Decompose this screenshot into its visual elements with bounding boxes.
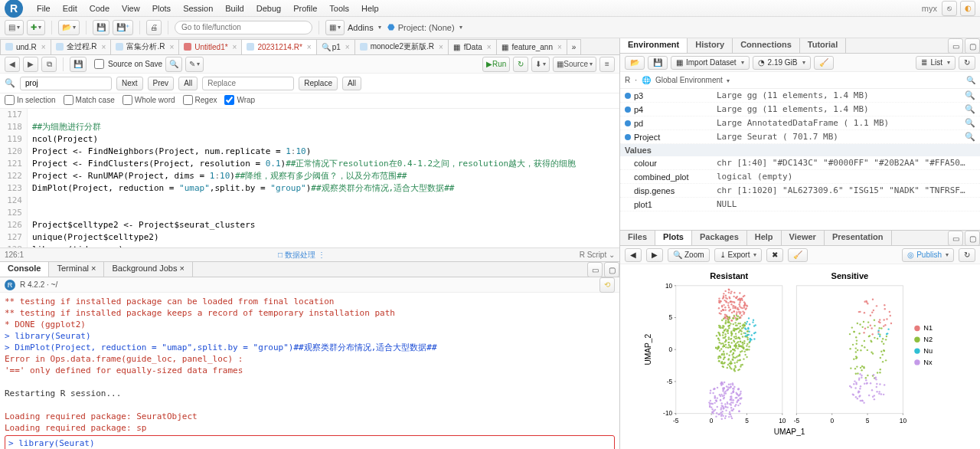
opt-in-selection[interactable]: In selection — [5, 95, 56, 105]
menu-help[interactable]: Help — [355, 2, 385, 15]
close-tab-icon[interactable]: × — [307, 43, 312, 51]
doc-tab[interactable]: 全过程.R× — [51, 39, 112, 54]
clear-plots-button[interactable]: 🧹 — [788, 248, 808, 262]
save-source-button[interactable]: 💾 — [70, 57, 87, 72]
save-workspace-button[interactable]: 💾 — [648, 56, 668, 70]
close-tab-icon[interactable]: × — [169, 43, 174, 51]
doc-tab[interactable]: 富集分析.R× — [110, 39, 179, 54]
tab-terminal[interactable]: Terminal × — [49, 262, 104, 277]
env-maximize-icon[interactable]: ▢ — [965, 38, 980, 54]
opt-wrap[interactable]: Wrap — [224, 95, 255, 105]
replace-button[interactable]: Replace — [299, 77, 338, 90]
forward-button[interactable]: ▶ — [23, 57, 38, 72]
back-button[interactable]: ◀ — [5, 57, 20, 72]
memory-indicator[interactable]: ◔ 2.19 GiB ▾ — [753, 56, 811, 70]
source-button[interactable]: ▦ Source ▾ — [553, 57, 596, 72]
help-icon[interactable]: ◐ — [960, 1, 975, 16]
publish-button[interactable]: ◎ Publish ▾ — [902, 248, 954, 262]
console-output[interactable]: ** testing if installed package can be l… — [0, 293, 619, 449]
goto-input[interactable] — [175, 21, 312, 34]
env-row[interactable]: plot1NULL — [620, 198, 980, 211]
doc-tab[interactable]: 20231214.R*× — [241, 39, 316, 54]
remove-plot-button[interactable]: ✖ — [766, 248, 783, 262]
find-prev-button[interactable]: Prev — [148, 77, 175, 90]
tab-viewer[interactable]: Viewer — [782, 231, 825, 245]
menu-session[interactable]: Session — [177, 2, 219, 15]
print-button[interactable]: 🖨 — [146, 20, 162, 35]
open-file-button[interactable]: 📂▾ — [58, 20, 80, 35]
opt-whole-word[interactable]: Whole word — [122, 95, 175, 105]
environment-list[interactable]: p3Large gg (11 elements, 1.4 MB)🔍p4Large… — [620, 89, 980, 230]
doc-tab[interactable]: ▦fData× — [448, 39, 497, 54]
tab-plots[interactable]: Plots — [655, 231, 692, 245]
find-next-button[interactable]: Next — [116, 77, 143, 90]
new-file-button[interactable]: ▤▾ — [5, 20, 24, 35]
plots-maximize-icon[interactable]: ▢ — [965, 231, 980, 246]
menu-file[interactable]: File — [31, 2, 57, 15]
close-tab-icon[interactable]: × — [439, 43, 443, 51]
goto-file-function[interactable] — [175, 21, 312, 34]
find-button[interactable]: 🔍 — [165, 57, 182, 72]
env-minimize-icon[interactable]: ▭ — [948, 38, 963, 54]
new-project-button[interactable]: ✚▾ — [27, 20, 45, 35]
tab-presentation[interactable]: Presentation — [825, 231, 892, 245]
clear-console-icon[interactable]: ⟲ — [599, 277, 615, 293]
refresh-plot-button[interactable]: ↻ — [959, 248, 975, 262]
import-dataset-button[interactable]: ▦ Import Dataset ▾ — [671, 56, 750, 70]
lang-scope[interactable]: R — [625, 76, 630, 84]
menu-build[interactable]: Build — [219, 2, 250, 15]
breadcrumb[interactable]: □ 数据处理 ⋮ — [278, 250, 325, 261]
menu-view[interactable]: View — [116, 2, 146, 15]
env-row[interactable]: p3Large gg (11 elements, 1.4 MB)🔍 — [620, 89, 980, 103]
code-editor[interactable]: 117118##为细胞进行分群119ncol(Project)120Projec… — [0, 109, 619, 247]
source-on-save-checkbox[interactable]: Source on Save — [90, 59, 162, 69]
language-indicator[interactable]: R Script ⌄ — [580, 251, 615, 259]
replace-input[interactable] — [202, 77, 294, 90]
save-button[interactable]: 💾 — [93, 20, 109, 35]
tab-tutorial[interactable]: Tutorial — [800, 38, 847, 53]
close-tab-icon[interactable]: × — [102, 43, 106, 51]
env-search-icon[interactable]: 🔍 — [966, 76, 975, 84]
env-row[interactable]: p4Large gg (11 elements, 1.4 MB)🔍 — [620, 103, 980, 116]
outline-button[interactable]: ≡ — [599, 57, 615, 72]
addins-dropdown[interactable]: Addins▾ — [348, 23, 381, 32]
tab-packages[interactable]: Packages — [692, 231, 747, 245]
view-mode-dropdown[interactable]: ≣ List ▾ — [916, 56, 956, 70]
refresh-env-button[interactable]: ↻ — [959, 56, 975, 70]
gc-brush-button[interactable]: 🧹 — [814, 56, 834, 70]
menu-tools[interactable]: Tools — [323, 2, 355, 15]
minimize-icon[interactable]: ▭ — [587, 262, 603, 277]
rerun-button[interactable]: ↻ — [513, 57, 528, 72]
tab-background-jobs[interactable]: Background Jobs × — [104, 262, 193, 277]
run-button[interactable]: ▶ Run — [482, 57, 510, 72]
close-tab-icon[interactable]: × — [233, 43, 237, 51]
close-tab-icon[interactable]: × — [487, 43, 492, 51]
replace-all-button[interactable]: All — [342, 77, 361, 90]
env-row[interactable]: colourchr [1:40] "#DC143C" "#0000FF" "#2… — [620, 156, 980, 170]
menu-edit[interactable]: Edit — [57, 2, 83, 15]
grid-button[interactable]: ▦▾ — [325, 20, 345, 35]
find-all-button[interactable]: All — [178, 77, 198, 90]
env-scope-label[interactable]: Global Environment ▾ — [655, 76, 730, 84]
close-tab-icon[interactable]: × — [345, 43, 350, 51]
doc-tab[interactable]: monocle2更新版.R× — [354, 39, 449, 54]
doc-tab[interactable]: 🔍p1× — [316, 39, 355, 54]
menu-plots[interactable]: Plots — [146, 2, 177, 15]
menu-profile[interactable]: Profile — [287, 2, 323, 15]
tab-history[interactable]: History — [688, 38, 733, 53]
doc-tab[interactable]: Untitled1*× — [178, 39, 242, 54]
load-workspace-button[interactable]: 📂 — [625, 56, 645, 70]
menu-code[interactable]: Code — [83, 2, 116, 15]
env-row[interactable]: ProjectLarge Seurat ( 701.7 MB)🔍 — [620, 130, 980, 144]
doc-tab[interactable]: ▦feature_ann× — [496, 39, 567, 54]
plots-minimize-icon[interactable]: ▭ — [948, 231, 963, 246]
tab-help[interactable]: Help — [747, 231, 782, 245]
export-button[interactable]: ⤓ Export ▾ — [714, 248, 763, 262]
wand-button[interactable]: ✎ ▾ — [185, 57, 204, 72]
source-dropdown[interactable]: ⬇▾ — [531, 57, 550, 72]
tab-files[interactable]: Files — [620, 231, 655, 245]
maximize-icon[interactable]: ▢ — [604, 262, 619, 277]
tab-connections[interactable]: Connections — [733, 38, 800, 53]
env-row[interactable]: disp.geneschr [1:1020] "AL627309.6" "ISG… — [620, 184, 980, 198]
close-tab-icon[interactable]: × — [41, 43, 46, 51]
